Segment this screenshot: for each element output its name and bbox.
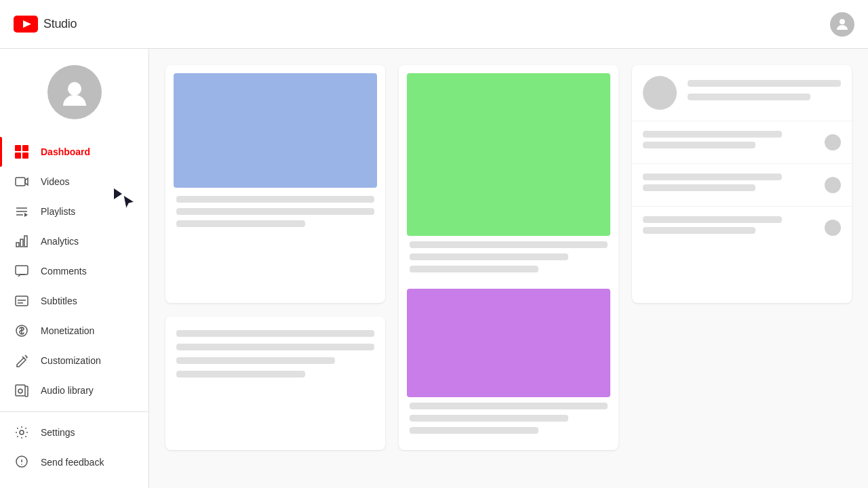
send-feedback-label: Send feedback: [41, 457, 104, 468]
youtube-icon: [14, 16, 38, 33]
video-card-1[interactable]: [165, 65, 385, 303]
sidebar-item-settings[interactable]: Settings: [0, 418, 149, 447]
sidebar-item-analytics[interactable]: Analytics: [0, 226, 149, 256]
svg-point-2: [840, 19, 845, 24]
sidebar-item-videos[interactable]: Videos: [0, 167, 149, 197]
svg-rect-16: [16, 266, 28, 274]
svg-point-26: [21, 464, 22, 465]
list-item: [632, 164, 852, 207]
comments-icon: [14, 263, 30, 279]
svg-rect-17: [16, 296, 28, 306]
svg-rect-15: [24, 236, 27, 247]
monetization-icon: [14, 323, 30, 339]
settings-icon: [14, 424, 30, 441]
settings-label: Settings: [41, 427, 75, 438]
subtitles-icon: [14, 293, 30, 309]
sidebar-bottom: Settings Send feedback: [0, 411, 149, 488]
header: Studio: [0, 0, 868, 49]
sidebar: Dashboard Videos Playlists: [0, 49, 149, 488]
main-content: [149, 49, 868, 488]
sidebar-item-customization[interactable]: Customization: [0, 346, 149, 375]
header-user-avatar[interactable]: [830, 12, 854, 37]
audio-library-icon: [14, 382, 30, 399]
channel-card[interactable]: [632, 65, 852, 303]
analytics-label: Analytics: [41, 236, 79, 247]
card-text-lines: [688, 80, 841, 106]
customization-label: Customization: [41, 355, 101, 366]
svg-rect-21: [16, 385, 25, 396]
sidebar-item-monetization[interactable]: Monetization: [0, 316, 149, 346]
sidebar-item-playlists[interactable]: Playlists: [0, 197, 149, 226]
svg-marker-12: [24, 213, 28, 217]
sidebar-item-subtitles[interactable]: Subtitles: [0, 286, 149, 316]
svg-rect-6: [15, 152, 21, 159]
sidebar-item-dashboard[interactable]: Dashboard: [0, 137, 149, 167]
svg-rect-8: [16, 178, 25, 186]
audio-library-label: Audio library: [41, 385, 94, 396]
svg-point-3: [68, 82, 81, 96]
svg-rect-4: [15, 145, 21, 151]
video-card-2[interactable]: [399, 65, 618, 450]
list-item: [632, 121, 852, 164]
analytics-icon: [14, 233, 30, 249]
channel-avatar: [47, 65, 102, 119]
sidebar-item-comments[interactable]: Comments: [0, 256, 149, 286]
svg-rect-7: [22, 152, 28, 159]
content-grid: [165, 65, 852, 450]
svg-rect-5: [22, 145, 28, 151]
svg-point-22: [18, 389, 22, 393]
sidebar-profile: [0, 49, 149, 137]
header-logo: Studio: [14, 16, 77, 33]
card-avatar: [643, 76, 677, 110]
svg-rect-14: [20, 239, 23, 247]
svg-rect-13: [16, 243, 19, 247]
sidebar-item-audio-library[interactable]: Audio library: [0, 375, 149, 405]
dashboard-label: Dashboard: [41, 146, 90, 157]
list-item: [632, 207, 852, 249]
video-card-5[interactable]: [165, 317, 385, 451]
dashboard-icon: [14, 144, 30, 160]
svg-point-23: [20, 430, 24, 434]
comments-label: Comments: [41, 266, 87, 277]
send-feedback-icon: [14, 454, 30, 470]
sidebar-nav: Dashboard Videos Playlists: [0, 137, 149, 411]
videos-label: Videos: [41, 176, 70, 187]
monetization-label: Monetization: [41, 325, 94, 336]
studio-logo-text: Studio: [43, 17, 77, 31]
playlists-label: Playlists: [41, 206, 75, 217]
videos-icon: [14, 174, 30, 190]
playlists-icon: [14, 203, 30, 220]
customization-icon: [14, 352, 30, 369]
sidebar-item-send-feedback[interactable]: Send feedback: [0, 447, 149, 477]
subtitles-label: Subtitles: [41, 296, 77, 306]
